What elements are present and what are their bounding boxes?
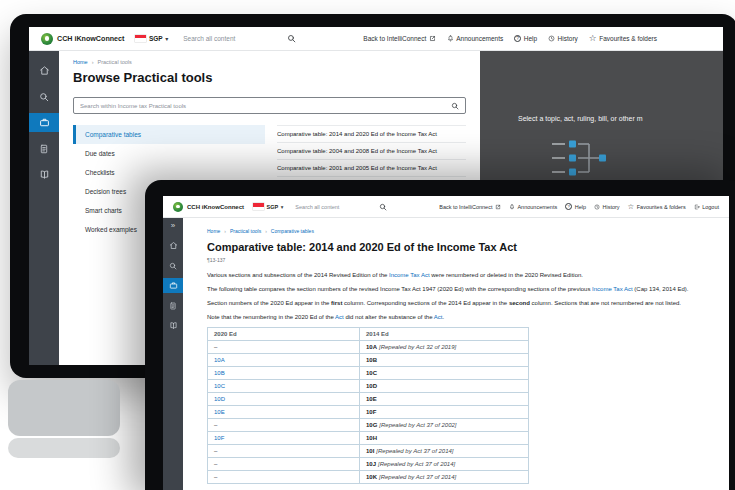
announcements-label: Announcements bbox=[517, 204, 557, 210]
header-links: Back to IntelliConnect Announcements ? H… bbox=[439, 203, 719, 210]
table-row: 10E10F bbox=[208, 406, 529, 419]
sidebar-item-home[interactable] bbox=[29, 61, 59, 80]
section-2020-cell: – bbox=[208, 458, 360, 471]
help-label: Help bbox=[575, 204, 586, 210]
section-link[interactable]: 10C bbox=[214, 383, 225, 389]
global-search-input[interactable]: Search all content bbox=[183, 35, 235, 42]
section-label: 10F bbox=[366, 409, 376, 415]
section-link[interactable]: 10D bbox=[214, 396, 225, 402]
breadcrumb-home[interactable]: Home bbox=[73, 59, 88, 65]
section-link[interactable]: 10F bbox=[214, 435, 224, 441]
table-row: –10A[Repealed by Act 32 of 2019] bbox=[208, 341, 529, 354]
announcements-label: Announcements bbox=[456, 35, 503, 42]
sidebar-item-documents[interactable] bbox=[29, 139, 59, 158]
columns-paragraph: Section numbers of the 2020 Ed appear in… bbox=[207, 299, 719, 307]
app-header: CCH iKnowConnect SGP ▾ Search all conten… bbox=[163, 196, 729, 218]
sidebar-item-practical-tools[interactable] bbox=[29, 113, 59, 132]
history-label: History bbox=[558, 35, 578, 42]
section-link[interactable]: 10A bbox=[214, 357, 225, 363]
text: column. Corresponding sections of the 20… bbox=[342, 300, 508, 306]
income-tax-act-link[interactable]: Income Tax Act bbox=[592, 286, 633, 292]
breadcrumb-home[interactable]: Home bbox=[207, 228, 220, 234]
text: did not alter the substance of the bbox=[344, 314, 434, 320]
breadcrumb-practical-tools[interactable]: Practical tools bbox=[230, 228, 261, 234]
section-2014-cell: 10B bbox=[360, 354, 529, 367]
cch-logo-icon bbox=[173, 202, 183, 212]
favourites-label: Favourites & folders bbox=[599, 35, 657, 42]
search-icon[interactable] bbox=[379, 203, 387, 211]
announcements-link[interactable]: Announcements bbox=[509, 204, 557, 210]
favourites-link[interactable]: ☆ Favourites & folders bbox=[589, 35, 657, 42]
external-link-icon bbox=[429, 35, 436, 42]
document-page: Home › Practical tools › Comparative tab… bbox=[183, 218, 729, 490]
sidebar-item-home[interactable] bbox=[163, 238, 183, 253]
table-row: –10G[Repealed by Act 37 of 2002] bbox=[208, 419, 529, 432]
table-row: –10I[Repealed by Act 37 of 2014] bbox=[208, 445, 529, 458]
income-tax-act-link[interactable]: Income Tax Act bbox=[389, 272, 430, 278]
logout-link[interactable]: Logout bbox=[694, 204, 719, 210]
favourites-link[interactable]: ☆ Favourites & folders bbox=[628, 204, 686, 210]
monitor-stand-neck bbox=[8, 380, 120, 436]
act-link[interactable]: Act bbox=[335, 314, 344, 320]
sidebar-item-library[interactable] bbox=[29, 165, 59, 184]
sidebar-item-practical-tools[interactable] bbox=[163, 278, 183, 293]
search-icon[interactable] bbox=[451, 102, 459, 110]
star-icon: ☆ bbox=[589, 35, 597, 42]
front-window-screen: CCH iKnowConnect SGP ▾ Search all conten… bbox=[163, 196, 729, 490]
table-row: 10B10C bbox=[208, 367, 529, 380]
table-row: 10D10E bbox=[208, 393, 529, 406]
act-link[interactable]: Act bbox=[434, 314, 443, 320]
region-selector[interactable]: SGP ▾ bbox=[135, 35, 168, 42]
result-item[interactable]: Comparative table: 2014 and 2020 Ed of t… bbox=[277, 126, 466, 143]
intro-paragraph: Various sections and subsections of the … bbox=[207, 271, 719, 279]
sidebar-item-documents[interactable] bbox=[163, 298, 183, 313]
global-search-input[interactable]: Search all content bbox=[295, 204, 339, 210]
section-2020-cell: – bbox=[208, 445, 360, 458]
back-to-intelliconnect-label: Back to IntelliConnect bbox=[439, 204, 492, 210]
region-selector[interactable]: SGP ▾ bbox=[253, 203, 283, 210]
note-paragraph: Note that the renumbering in the 2020 Ed… bbox=[207, 313, 719, 321]
result-item[interactable]: Comparative table: 2001 and 2005 Ed of t… bbox=[277, 160, 466, 177]
back-to-intelliconnect-link[interactable]: Back to IntelliConnect bbox=[439, 204, 501, 210]
clock-icon bbox=[594, 204, 600, 210]
monitor-stand-base bbox=[8, 438, 120, 458]
sidebar-item-library[interactable] bbox=[163, 318, 183, 333]
paragraph-number: ¶13-137 bbox=[207, 257, 719, 263]
back-to-intelliconnect-link[interactable]: Back to IntelliConnect bbox=[363, 35, 435, 42]
text: were renumbered or deleted in the 2020 R… bbox=[430, 272, 583, 278]
category-comparative-tables[interactable]: Comparative tables bbox=[73, 125, 265, 144]
repeal-note: [Repealed by Act 37 of 2014] bbox=[379, 474, 456, 480]
history-label: History bbox=[602, 204, 619, 210]
filter-search-input[interactable] bbox=[80, 103, 451, 109]
section-label: 10E bbox=[366, 396, 377, 402]
section-2020-cell: – bbox=[208, 471, 360, 484]
logout-icon bbox=[694, 204, 700, 210]
header-links: Back to IntelliConnect Announcements ? H… bbox=[363, 35, 657, 42]
sidebar: » bbox=[163, 218, 183, 490]
result-item[interactable]: Comparative table: 2004 and 2008 Ed of t… bbox=[277, 143, 466, 160]
history-link[interactable]: History bbox=[594, 204, 620, 210]
emphasis-second: second bbox=[509, 300, 530, 306]
section-label: 10B bbox=[366, 357, 377, 363]
section-2014-cell: 10H bbox=[360, 432, 529, 445]
help-link[interactable]: ? Help bbox=[514, 35, 537, 42]
text: The following table compares the section… bbox=[207, 286, 592, 292]
help-link[interactable]: ? Help bbox=[565, 203, 586, 210]
category-due-dates[interactable]: Due dates bbox=[73, 144, 265, 163]
sidebar-item-search[interactable] bbox=[29, 87, 59, 106]
text: Various sections and subsections of the … bbox=[207, 272, 389, 278]
search-icon[interactable] bbox=[287, 34, 296, 43]
section-2014-cell: 10I[Repealed by Act 37 of 2014] bbox=[360, 445, 529, 458]
breadcrumb-comparative-tables[interactable]: Comparative tables bbox=[271, 228, 314, 234]
sidebar-item-search[interactable] bbox=[163, 258, 183, 273]
section-2014-cell: 10E bbox=[360, 393, 529, 406]
section-label: 10I bbox=[366, 448, 374, 454]
sidebar-collapse-chevron[interactable]: » bbox=[171, 222, 175, 230]
section-link[interactable]: 10E bbox=[214, 409, 225, 415]
breadcrumb-separator: › bbox=[224, 228, 226, 234]
section-link[interactable]: 10B bbox=[214, 370, 225, 376]
announcements-link[interactable]: Announcements bbox=[447, 35, 503, 42]
history-link[interactable]: History bbox=[548, 35, 578, 42]
text: (Cap 134, 2014 Ed). bbox=[633, 286, 689, 292]
emphasis-first: first bbox=[331, 300, 342, 306]
